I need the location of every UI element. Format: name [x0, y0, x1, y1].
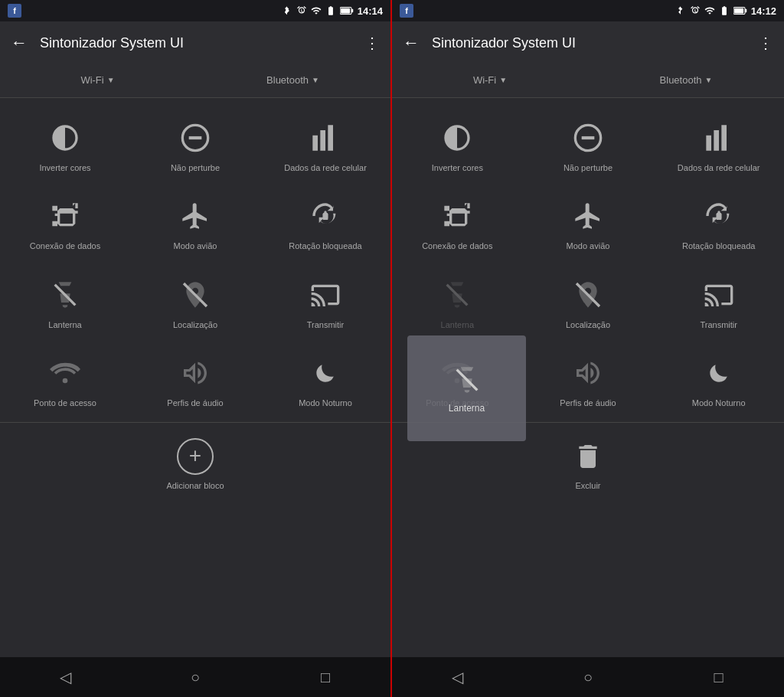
- right-app-title: Sintonizador System UI: [432, 35, 758, 51]
- left-grid: Inverter cores Não perturbe: [0, 106, 390, 419]
- right-alarm-icon: [690, 5, 701, 16]
- left-divider: [0, 422, 390, 423]
- left-label-transmitir: Transmitir: [307, 319, 344, 330]
- right-item-transmitir[interactable]: Transmitir: [653, 263, 784, 341]
- right-tab-wifi-label: Wi-Fi: [473, 74, 496, 86]
- left-icon-modo-aviao: [177, 198, 214, 234]
- left-item-dados-celular[interactable]: Dados da rede celular: [260, 106, 390, 184]
- left-icon-nao-perturbe: [177, 119, 214, 156]
- left-facebook-icon: f: [8, 4, 21, 18]
- left-label-conexao-dados: Conexão de dados: [30, 241, 100, 251]
- right-icon-perfis-audio: [570, 355, 606, 391]
- left-more-button[interactable]: ⋮: [364, 34, 380, 52]
- svg-rect-16: [745, 9, 746, 13]
- right-item-modo-noturno[interactable]: Modo Noturno: [653, 341, 784, 419]
- left-icon-ponto-acesso: [47, 355, 83, 391]
- left-label-rotacao-bloqueada: Rotação bloqueada: [289, 241, 361, 251]
- left-item-lanterna[interactable]: Lanterna: [0, 263, 130, 341]
- right-wifi-icon: [719, 5, 730, 16]
- right-icon-ponto-acesso: [439, 355, 475, 391]
- right-item-conexao-dados[interactable]: Conexão de dados: [392, 184, 523, 262]
- left-back-button[interactable]: ←: [11, 33, 28, 53]
- left-grid-container: Inverter cores Não perturbe: [0, 98, 390, 657]
- left-item-nao-perturbe[interactable]: Não perturbe: [130, 106, 260, 184]
- right-nav-back[interactable]: ◁: [438, 663, 476, 691]
- right-icon-localizacao: [570, 277, 606, 313]
- left-icon-inverter-cores: [47, 119, 83, 156]
- left-add-block-button[interactable]: + Adicionar bloco: [0, 426, 390, 501]
- right-tab-bluetooth[interactable]: Bluetooth ▼: [588, 64, 784, 97]
- left-nav-recent[interactable]: □: [306, 663, 345, 691]
- left-screen: f: [0, 0, 392, 697]
- right-icon-modo-aviao: [570, 198, 606, 234]
- left-item-modo-noturno[interactable]: Modo Noturno: [260, 341, 390, 419]
- right-label-inverter-cores: Inverter cores: [432, 162, 483, 173]
- right-divider: [392, 422, 784, 423]
- left-item-conexao-dados[interactable]: Conexão de dados: [0, 184, 130, 262]
- right-back-button[interactable]: ←: [403, 33, 420, 53]
- right-nav-bar: ◁ ○ □: [392, 657, 784, 697]
- left-label-nao-perturbe: Não perturbe: [171, 162, 220, 173]
- right-signal-icon: [704, 5, 715, 16]
- right-label-lanterna: Lanterna: [441, 319, 474, 330]
- right-icon-rotacao-bloqueada: [701, 198, 737, 234]
- right-time: 14:12: [751, 5, 776, 17]
- left-nav-home[interactable]: ○: [176, 663, 214, 691]
- right-delete-button[interactable]: Excluir: [392, 426, 784, 501]
- left-alarm-icon: [296, 5, 307, 16]
- left-tab-bluetooth[interactable]: Bluetooth ▼: [195, 64, 390, 97]
- left-item-localizacao[interactable]: Localização: [130, 263, 260, 341]
- left-icon-transmitir: [307, 277, 344, 313]
- right-facebook-icon: f: [400, 4, 413, 18]
- left-item-transmitir[interactable]: Transmitir: [260, 263, 390, 341]
- left-app-title: Sintonizador System UI: [40, 35, 364, 51]
- left-tabs-bar: Wi-Fi ▼ Bluetooth ▼: [0, 64, 390, 98]
- left-item-modo-aviao[interactable]: Modo avião: [130, 184, 260, 262]
- screens-container: f: [0, 0, 784, 697]
- left-label-ponto-acesso: Ponto de acesso: [34, 398, 96, 408]
- right-icon-transmitir: [701, 277, 737, 313]
- right-item-localizacao[interactable]: Localização: [523, 263, 654, 341]
- left-add-block-label: Adicionar bloco: [166, 481, 224, 490]
- left-item-rotacao-bloqueada[interactable]: Rotação bloqueada: [260, 184, 390, 262]
- right-icon-lanterna: [439, 277, 475, 313]
- right-tab-wifi[interactable]: Wi-Fi ▼: [392, 64, 588, 97]
- left-nav-bar: ◁ ○ □: [0, 657, 390, 697]
- right-nav-home[interactable]: ○: [569, 663, 607, 691]
- right-battery-icon: [733, 5, 747, 16]
- right-delete-label: Excluir: [575, 481, 600, 490]
- left-time: 14:14: [358, 5, 383, 17]
- right-item-dados-celular[interactable]: Dados da rede celular: [653, 106, 784, 184]
- left-icon-perfis-audio: [177, 355, 214, 391]
- right-item-nao-perturbe[interactable]: Não perturbe: [523, 106, 654, 184]
- left-icon-conexao-dados: [47, 198, 83, 234]
- svg-rect-17: [734, 8, 743, 14]
- left-label-modo-noturno: Modo Noturno: [299, 398, 352, 408]
- left-nav-back[interactable]: ◁: [46, 663, 84, 691]
- left-item-perfis-audio[interactable]: Perfis de áudio: [130, 341, 260, 419]
- right-icon-nao-perturbe: [570, 119, 606, 156]
- right-item-lanterna[interactable]: Lanterna: [392, 263, 523, 341]
- right-item-rotacao-bloqueada[interactable]: Rotação bloqueada: [653, 184, 784, 262]
- right-item-ponto-acesso[interactable]: Ponto de acesso: [392, 341, 523, 419]
- left-item-ponto-acesso[interactable]: Ponto de acesso: [0, 341, 130, 419]
- right-item-inverter-cores[interactable]: Inverter cores: [392, 106, 523, 184]
- left-item-inverter-cores[interactable]: Inverter cores: [0, 106, 130, 184]
- left-status-bar: f: [0, 0, 390, 21]
- svg-rect-9: [341, 8, 350, 14]
- left-icon-localizacao: [177, 277, 214, 313]
- left-tab-wifi-label: Wi-Fi: [80, 74, 103, 86]
- left-label-localizacao: Localização: [173, 319, 217, 330]
- right-item-perfis-audio[interactable]: Perfis de áudio: [523, 341, 654, 419]
- right-more-button[interactable]: ⋮: [758, 34, 773, 52]
- left-tab-wifi[interactable]: Wi-Fi ▼: [0, 64, 195, 97]
- right-item-modo-aviao[interactable]: Modo avião: [523, 184, 654, 262]
- right-icon-conexao-dados: [439, 198, 475, 234]
- right-delete-icon: [570, 438, 606, 475]
- right-label-transmitir: Transmitir: [700, 319, 737, 330]
- right-icon-modo-noturno: [701, 355, 737, 391]
- left-wifi-icon: [325, 5, 336, 16]
- left-label-inverter-cores: Inverter cores: [39, 162, 90, 173]
- left-status-right: 14:14: [282, 5, 383, 17]
- right-nav-recent[interactable]: □: [700, 663, 738, 691]
